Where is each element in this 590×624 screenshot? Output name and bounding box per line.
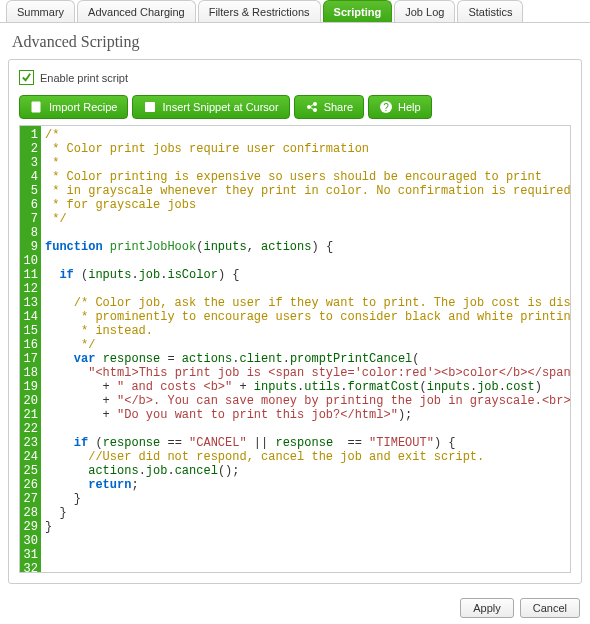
svg-text:?: ? [383,102,389,113]
tab-advanced-charging[interactable]: Advanced Charging [77,0,196,22]
tab-scripting[interactable]: Scripting [323,0,393,22]
help-label: Help [398,101,421,113]
import-label: Import Recipe [49,101,117,113]
page-title: Advanced Scripting [0,23,590,59]
snippet-icon [143,100,157,114]
share-label: Share [324,101,353,113]
import-icon [30,100,44,114]
help-button[interactable]: ? Help [368,95,432,119]
tab-job-log[interactable]: Job Log [394,0,455,22]
code-area[interactable]: /* * Color print jobs require user confi… [41,126,570,572]
dialog-buttons: Apply Cancel [0,592,590,624]
check-icon [19,70,34,85]
tab-statistics[interactable]: Statistics [457,0,523,22]
help-icon: ? [379,100,393,114]
import-recipe-button[interactable]: Import Recipe [19,95,128,119]
cancel-button[interactable]: Cancel [520,598,580,618]
toolbar: Import Recipe Insert Snippet at Cursor S… [19,95,571,119]
tab-filters-restrictions[interactable]: Filters & Restrictions [198,0,321,22]
code-editor[interactable]: 1234567891011121314151617181920212223242… [19,125,571,573]
checkbox-label: Enable print script [40,72,128,84]
svg-rect-0 [145,102,155,112]
line-gutter: 1234567891011121314151617181920212223242… [20,126,41,572]
apply-button[interactable]: Apply [460,598,514,618]
scripting-panel: Enable print script Import Recipe Insert… [8,59,582,584]
tab-summary[interactable]: Summary [6,0,75,22]
snippet-label: Insert Snippet at Cursor [162,101,278,113]
insert-snippet-button[interactable]: Insert Snippet at Cursor [132,95,289,119]
enable-script-checkbox[interactable]: Enable print script [19,70,571,85]
share-icon [305,100,319,114]
share-button[interactable]: Share [294,95,364,119]
tab-bar: SummaryAdvanced ChargingFilters & Restri… [0,0,590,23]
